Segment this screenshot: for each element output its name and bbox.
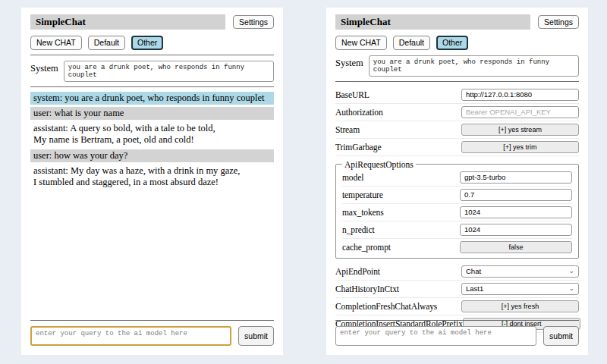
temperature-input[interactable] — [460, 189, 572, 201]
divider — [30, 86, 274, 87]
setting-row-stream: Stream [+] yes stream — [335, 121, 579, 139]
setting-label: BaseURL — [335, 90, 370, 99]
setting-row-cache-prompt: cache_prompt false — [342, 239, 572, 256]
new-chat-button[interactable]: New CHAT — [30, 36, 82, 50]
query-area: submit — [30, 315, 274, 346]
baseurl-input[interactable] — [461, 89, 579, 101]
app-title: SimpleChat — [335, 14, 530, 30]
session-tab-other[interactable]: Other — [436, 36, 468, 50]
cache-prompt-toggle-button[interactable]: false — [460, 241, 572, 253]
setting-label: Authorization — [335, 108, 383, 117]
setting-label: n_predict — [342, 225, 375, 234]
header: SimpleChat Settings — [335, 14, 579, 30]
system-prompt-input[interactable] — [64, 61, 274, 82]
setting-row-n-predict: n_predict — [342, 221, 572, 239]
setting-label: temperature — [342, 190, 383, 199]
n-predict-input[interactable] — [460, 224, 572, 236]
setting-label: ChatHistoryInCtxt — [335, 284, 399, 293]
chat-message-assistant: assistant: A query so bold, with a tale … — [30, 122, 274, 147]
setting-row-trimgarbage: TrimGarbage [+] yes trim — [335, 139, 579, 156]
trimgarbage-toggle-button[interactable]: [+] yes trim — [461, 141, 579, 153]
chevron-down-icon: ⌄ — [568, 268, 574, 275]
setting-label: TrimGarbage — [335, 143, 381, 152]
system-label: System — [335, 55, 363, 69]
divider — [30, 320, 274, 321]
chat-message-user: user: what is your name — [30, 107, 274, 120]
divider — [335, 320, 579, 321]
setting-label: max_tokens — [342, 208, 384, 217]
session-tab-default[interactable]: Default — [88, 36, 125, 50]
system-prompt-input[interactable] — [369, 55, 579, 77]
setting-label: cache_prompt — [342, 243, 391, 252]
settings-panel: SimpleChat Settings New CHAT Default Oth… — [326, 8, 588, 355]
chevron-down-icon: ⌄ — [568, 285, 574, 292]
session-toolbar: New CHAT Default Other — [335, 36, 579, 50]
chathistoryinctxt-select[interactable]: Last1 ⌄ — [461, 283, 579, 295]
submit-button[interactable]: submit — [238, 326, 274, 346]
settings-button[interactable]: Settings — [233, 15, 274, 30]
fieldset-legend: ApiRequestOptions — [342, 160, 416, 169]
divider — [335, 81, 579, 82]
setting-row-apiendpoint: ApiEndPoint Chat ⌄ — [335, 263, 579, 281]
setting-label: CompletionFreshChatAlways — [335, 302, 437, 311]
system-prompt-row: System — [30, 61, 274, 82]
setting-row-baseurl: BaseURL — [335, 86, 579, 104]
max-tokens-input[interactable] — [460, 206, 572, 218]
selected-option: Last1 — [466, 284, 483, 293]
stream-toggle-button[interactable]: [+] yes stream — [461, 124, 579, 136]
submit-button[interactable]: submit — [543, 326, 579, 346]
chat-message-system: system: you are a drunk poet, who respon… — [30, 92, 274, 105]
setting-row-max-tokens: max_tokens — [342, 204, 572, 221]
session-tab-default[interactable]: Default — [393, 36, 430, 50]
new-chat-button[interactable]: New CHAT — [335, 36, 387, 50]
apiendpoint-select[interactable]: Chat ⌄ — [461, 265, 579, 278]
settings-button[interactable]: Settings — [538, 15, 579, 30]
setting-label: model — [342, 173, 363, 182]
divider — [30, 55, 274, 55]
session-tab-other[interactable]: Other — [131, 36, 163, 50]
system-prompt-row: System — [335, 55, 579, 77]
setting-label: ApiEndPoint — [335, 267, 380, 276]
model-input[interactable] — [460, 171, 572, 184]
selected-option: Chat — [466, 267, 481, 275]
chat-panel: SimpleChat Settings New CHAT Default Oth… — [21, 8, 283, 355]
query-input[interactable] — [335, 326, 536, 346]
system-label: System — [30, 61, 58, 74]
setting-row-chathistoryinctxt: ChatHistoryInCtxt Last1 ⌄ — [335, 281, 579, 298]
api-request-options-fieldset: ApiRequestOptions model temperature max_… — [335, 160, 579, 259]
chat-message-user: user: how was your day? — [30, 149, 274, 162]
setting-row-completionfreshchatalways: CompletionFreshChatAlways [+] yes fresh — [335, 298, 579, 315]
chat-history: system: you are a drunk poet, who respon… — [30, 92, 274, 190]
query-input[interactable] — [30, 326, 231, 346]
authorization-input[interactable] — [461, 106, 579, 118]
setting-row-model: model — [342, 169, 572, 187]
setting-label: Stream — [335, 125, 360, 134]
setting-row-authorization: Authorization — [335, 104, 579, 121]
app-title: SimpleChat — [30, 14, 225, 30]
setting-row-temperature: temperature — [342, 187, 572, 204]
query-area: submit — [335, 315, 579, 346]
header: SimpleChat Settings — [30, 14, 274, 30]
chat-message-assistant: assistant: My day was a haze, with a dri… — [30, 165, 274, 190]
completionfresh-toggle-button[interactable]: [+] yes fresh — [461, 300, 579, 312]
session-toolbar: New CHAT Default Other — [30, 36, 274, 50]
